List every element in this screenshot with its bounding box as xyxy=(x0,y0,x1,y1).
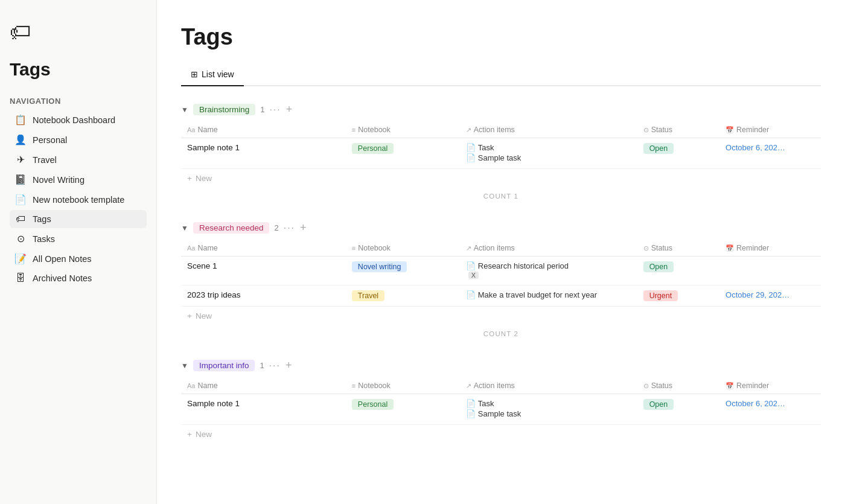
cell-status: Urgent xyxy=(637,285,719,307)
action-item: 📄 Sample task xyxy=(466,153,631,162)
status-badge[interactable]: Open xyxy=(643,261,674,272)
section-add-research[interactable]: + xyxy=(300,222,307,234)
tag-important[interactable]: Important info xyxy=(193,360,255,371)
main-content: Tags ⊞ List view ▼ Brainstorming 1 ··· +… xyxy=(157,0,845,504)
reminder-date[interactable]: October 6, 202… xyxy=(725,143,785,152)
cell-status: Open xyxy=(637,138,719,169)
col-header-status: ⊙Status xyxy=(637,240,719,257)
section-count-brainstorming: 1 xyxy=(260,105,264,114)
status-badge[interactable]: Open xyxy=(643,143,674,154)
new-label: New xyxy=(196,311,212,321)
col-header-name: AaName xyxy=(181,122,346,138)
tag-research[interactable]: Research needed xyxy=(193,222,270,234)
section-count-important: 1 xyxy=(260,361,264,370)
list-view-icon: ⊞ xyxy=(191,69,198,79)
action-text: Make a travel budget for next year xyxy=(478,290,597,299)
sidebar-item-new-notebook-template[interactable]: 📄 New notebook template xyxy=(10,190,147,209)
section-more-important[interactable]: ··· xyxy=(269,360,281,371)
cell-status: Open xyxy=(637,394,719,425)
action-badge-row: X xyxy=(466,272,631,279)
table-row: 2023 trip ideas Travel 📄 Make a travel b… xyxy=(181,285,821,307)
sidebar-item-notebook-dashboard[interactable]: 📋 Notebook Dashboard xyxy=(10,110,147,129)
all-open-notes-icon: 📝 xyxy=(14,253,27,264)
doc-icon: 📄 xyxy=(466,399,476,408)
sidebar-item-all-open-notes[interactable]: 📝 All Open Notes xyxy=(10,249,147,268)
sidebar-item-label: Personal xyxy=(33,135,67,145)
col-header-action-items: ↗Action items xyxy=(460,240,637,257)
plus-icon: + xyxy=(187,174,192,183)
sidebar-item-archived-notes[interactable]: 🗄 Archived Notes xyxy=(10,269,147,287)
notebook-pill[interactable]: Travel xyxy=(352,290,384,301)
doc-icon: 📄 xyxy=(466,409,476,418)
sidebar-item-travel[interactable]: ✈ Travel xyxy=(10,150,147,169)
col-header-action-items: ↗Action items xyxy=(460,378,637,394)
add-new-brainstorming[interactable]: + New xyxy=(181,169,821,188)
archived-notes-icon: 🗄 xyxy=(14,273,27,284)
section-header-brainstorming: ▼ Brainstorming 1 ··· + xyxy=(181,103,821,116)
tab-label: List view xyxy=(202,69,234,79)
table-row: Sample note 1 Personal 📄 Task 📄 Sample t… xyxy=(181,138,821,169)
notebook-dashboard-icon: 📋 xyxy=(14,114,27,126)
table-row: Scene 1 Novel writing 📄 Research histori… xyxy=(181,257,821,285)
add-new-important[interactable]: + New xyxy=(181,425,821,444)
reminder-date[interactable]: October 29, 202… xyxy=(725,290,789,299)
tasks-icon: ⊙ xyxy=(14,233,27,244)
toggle-important[interactable]: ▼ xyxy=(181,362,188,370)
sidebar-item-label: Notebook Dashboard xyxy=(33,115,115,125)
action-item: 📄 Research historical period xyxy=(466,261,631,270)
add-new-research[interactable]: + New xyxy=(181,307,821,325)
cell-actions: 📄 Task 📄 Sample task xyxy=(460,394,637,425)
action-text: Research historical period xyxy=(478,261,569,270)
nav-section-label: Navigation xyxy=(10,97,147,106)
section-more-research[interactable]: ··· xyxy=(284,223,295,234)
section-add-brainstorming[interactable]: + xyxy=(286,103,293,116)
section-add-important[interactable]: + xyxy=(285,359,292,372)
main-header: Tags xyxy=(181,0,821,65)
x-badge: X xyxy=(468,272,479,279)
cell-notebook: Novel writing xyxy=(346,257,460,285)
action-text: Sample task xyxy=(478,153,521,162)
reminder-date[interactable]: October 6, 202… xyxy=(725,399,785,408)
status-badge[interactable]: Open xyxy=(643,399,674,410)
action-item: 📄 Task xyxy=(466,399,631,408)
sidebar-item-personal[interactable]: 👤 Personal xyxy=(10,130,147,149)
notebook-pill[interactable]: Personal xyxy=(352,399,394,410)
notebook-pill[interactable]: Personal xyxy=(352,143,394,154)
toggle-brainstorming[interactable]: ▼ xyxy=(181,106,188,114)
tab-list-view[interactable]: ⊞ List view xyxy=(181,65,244,86)
sidebar-item-tasks[interactable]: ⊙ Tasks xyxy=(10,229,147,248)
action-text: Sample task xyxy=(478,409,521,418)
cell-notebook: Personal xyxy=(346,138,460,169)
section-more-brainstorming[interactable]: ··· xyxy=(269,104,281,115)
sidebar-title: Tags xyxy=(10,59,147,80)
sidebar-item-tags[interactable]: 🏷 Tags xyxy=(10,210,147,228)
section-research-needed: ▼ Research needed 2 ··· + AaName ≡Notebo… xyxy=(181,222,821,342)
count-brainstorming: COUNT 1 xyxy=(181,188,821,205)
sidebar-item-label: Tasks xyxy=(33,234,55,244)
section-brainstorming: ▼ Brainstorming 1 ··· + AaName ≡Notebook… xyxy=(181,103,821,205)
col-header-reminder: 📅Reminder xyxy=(719,378,821,394)
cell-actions: 📄 Task 📄 Sample task xyxy=(460,138,637,169)
notebook-pill[interactable]: Novel writing xyxy=(352,261,407,272)
count-research: COUNT 2 xyxy=(181,325,821,342)
doc-icon: 📄 xyxy=(466,261,476,270)
sidebar-item-novel-writing[interactable]: 📓 Novel Writing xyxy=(10,170,147,189)
new-label: New xyxy=(196,430,212,439)
sidebar-item-label: Tags xyxy=(33,214,51,224)
page-title: Tags xyxy=(181,24,233,50)
cell-name: Sample note 1 xyxy=(181,138,346,169)
tag-brainstorming[interactable]: Brainstorming xyxy=(193,104,255,115)
app-logo: 🏷 xyxy=(10,19,147,45)
doc-icon: 📄 xyxy=(466,153,476,162)
col-header-reminder: 📅Reminder xyxy=(719,240,821,257)
toggle-research[interactable]: ▼ xyxy=(181,224,188,232)
tabs-bar: ⊞ List view xyxy=(181,65,821,86)
status-badge[interactable]: Urgent xyxy=(643,290,678,301)
cell-actions: 📄 Make a travel budget for next year xyxy=(460,285,637,307)
doc-icon: 📄 xyxy=(466,143,476,152)
table-important: AaName ≡Notebook ↗Action items ⊙Status 📅… xyxy=(181,378,821,425)
tags-icon: 🏷 xyxy=(14,214,27,225)
section-header-important: ▼ Important info 1 ··· + xyxy=(181,359,821,372)
plus-icon: + xyxy=(187,430,192,439)
cell-actions: 📄 Research historical period X xyxy=(460,257,637,285)
